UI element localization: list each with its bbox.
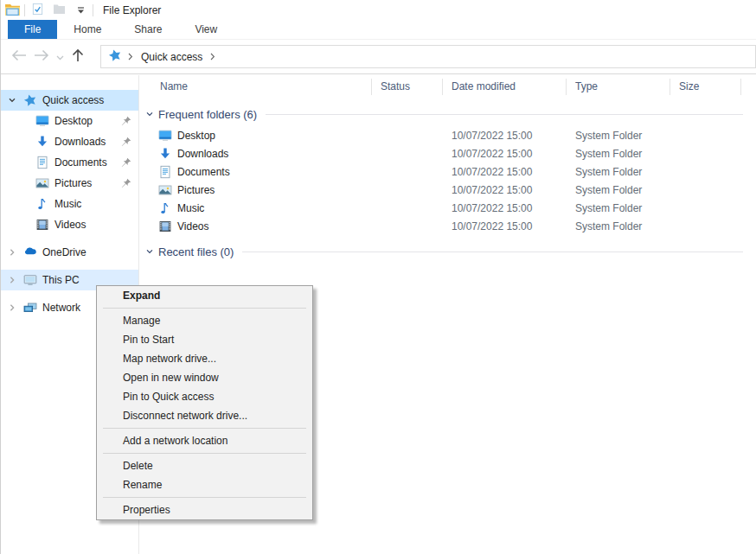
sidebar-item-music[interactable]: Music [1, 194, 138, 214]
sidebar-item-label: Quick access [42, 94, 104, 106]
back-icon [11, 49, 27, 64]
group-divider-line [242, 252, 743, 252]
file-row-desktop[interactable]: Desktop10/07/2022 15:00System Folder [139, 126, 756, 144]
chevron-right-icon[interactable] [8, 248, 18, 257]
menu-item-pin-to-quick-access[interactable]: Pin to Quick access [97, 387, 312, 406]
file-date-modified: 10/07/2022 15:00 [443, 184, 567, 196]
sidebar-item-label: Downloads [54, 136, 106, 148]
ribbon-tab-home[interactable]: Home [57, 20, 118, 39]
chevron-right-icon[interactable] [8, 276, 18, 284]
address-bar[interactable]: Quick access [100, 45, 756, 68]
qat-new-folder-button[interactable] [51, 3, 67, 18]
file-date-modified: 10/07/2022 15:00 [443, 148, 567, 160]
file-explorer-window: File Explorer FileHomeShareView Quick ac… [0, 0, 756, 554]
up-icon [72, 48, 84, 65]
menu-item-open-in-new-window[interactable]: Open in new window [97, 368, 312, 387]
forward-button[interactable] [30, 46, 53, 68]
group-header-frequent-folders-6[interactable]: Frequent folders (6) [139, 105, 756, 123]
file-name: Downloads [177, 148, 228, 160]
ribbon-tab-view[interactable]: View [178, 20, 234, 39]
menu-item-map-network-drive[interactable]: Map network drive... [97, 349, 312, 368]
sidebar-item-label: This PC [42, 274, 80, 286]
customize-toolbar-dropdown-icon [77, 4, 85, 16]
menu-separator [103, 428, 306, 429]
menu-item-pin-to-start[interactable]: Pin to Start [97, 330, 312, 349]
sidebar-item-label: OneDrive [42, 246, 86, 258]
file-name: Documents [177, 166, 230, 178]
sidebar-item-quick-access[interactable]: Quick access [1, 90, 138, 111]
file-row-music[interactable]: Music10/07/2022 15:00System Folder [139, 199, 756, 217]
downloads-icon [35, 135, 49, 149]
desktop-icon [158, 129, 172, 143]
up-button[interactable] [67, 46, 89, 68]
file-row-documents[interactable]: Documents10/07/2022 15:00System Folder [139, 162, 756, 181]
column-header-status[interactable]: Status [372, 79, 443, 95]
item-groups: Frequent folders (6)Desktop10/07/2022 15… [139, 105, 756, 260]
desktop-icon [35, 114, 49, 128]
sidebar-item-label: Videos [54, 219, 86, 231]
title-bar: File Explorer [1, 0, 756, 20]
file-type: System Folder [567, 148, 670, 160]
ribbon-tabs: FileHomeShareView [1, 20, 756, 40]
file-explorer-logo-icon [5, 3, 20, 16]
pictures-icon [158, 183, 172, 197]
sidebar-item-downloads[interactable]: Downloads [1, 131, 138, 152]
sidebar-item-documents[interactable]: Documents [1, 152, 138, 173]
column-header-name[interactable]: Name [139, 79, 372, 95]
group-chevron-down-icon [145, 247, 154, 256]
recent-locations-icon [56, 51, 64, 63]
breadcrumb-item-quick-access[interactable]: Quick access [139, 51, 204, 63]
sidebar-item-pictures[interactable]: Pictures [1, 173, 138, 194]
quick-access-star-icon [23, 93, 37, 107]
pin-icon [121, 137, 131, 147]
column-header-date-modified[interactable]: Date modified [443, 79, 567, 95]
sidebar-item-label: Documents [54, 156, 107, 169]
sidebar-item-videos[interactable]: Videos [1, 214, 138, 235]
breadcrumb-chevron-icon[interactable] [128, 51, 133, 63]
ribbon-tab-file[interactable]: File [8, 20, 57, 39]
menu-item-delete[interactable]: Delete [97, 456, 312, 475]
menu-item-expand[interactable]: Expand [97, 286, 312, 305]
qat-properties-button[interactable] [29, 3, 45, 18]
column-header-size[interactable]: Size [670, 79, 741, 95]
file-type: System Folder [567, 166, 670, 178]
onedrive-icon [23, 245, 37, 259]
menu-item-disconnect-network-drive[interactable]: Disconnect network drive... [97, 406, 312, 425]
file-row-videos[interactable]: Videos10/07/2022 15:00System Folder [139, 217, 756, 235]
column-header-type[interactable]: Type [567, 79, 670, 95]
group-divider-line [266, 114, 743, 115]
documents-icon [35, 156, 49, 169]
file-type: System Folder [567, 202, 670, 214]
file-name: Desktop [177, 130, 215, 142]
nav-buttons [8, 40, 89, 73]
recent-locations-button[interactable] [53, 46, 67, 68]
chevron-right-icon[interactable] [8, 303, 18, 312]
file-name: Videos [177, 220, 208, 232]
properties-icon [31, 3, 44, 18]
sidebar-item-label: Network [42, 302, 80, 314]
quick-access-star-icon [108, 48, 122, 65]
group-label: Frequent folders (6) [158, 108, 257, 121]
breadcrumb: Quick access [108, 48, 215, 65]
file-type: System Folder [567, 184, 670, 196]
ribbon-tab-share[interactable]: Share [118, 20, 178, 39]
file-row-pictures[interactable]: Pictures10/07/2022 15:00System Folder [139, 181, 756, 199]
this-pc-icon [23, 273, 37, 287]
sidebar-item-onedrive[interactable]: OneDrive [1, 242, 138, 263]
file-date-modified: 10/07/2022 15:00 [443, 130, 567, 142]
menu-item-rename[interactable]: Rename [97, 475, 312, 494]
titlebar-separator [24, 4, 25, 16]
file-row-downloads[interactable]: Downloads10/07/2022 15:00System Folder [139, 144, 756, 162]
qat-customize-toolbar-dropdown-button[interactable] [73, 3, 88, 18]
chevron-down-icon[interactable] [8, 96, 18, 105]
back-button[interactable] [8, 46, 30, 68]
sidebar-item-desktop[interactable]: Desktop [1, 111, 138, 131]
menu-item-manage[interactable]: Manage [97, 311, 312, 330]
menu-item-add-a-network-location[interactable]: Add a network location [97, 431, 312, 450]
group-header-recent-files-0[interactable]: Recent files (0) [139, 243, 756, 260]
file-date-modified: 10/07/2022 15:00 [443, 202, 567, 214]
menu-item-properties[interactable]: Properties [97, 500, 312, 519]
music-icon [35, 197, 49, 211]
file-name: Music [177, 202, 204, 214]
breadcrumb-chevron-icon[interactable] [210, 51, 215, 63]
